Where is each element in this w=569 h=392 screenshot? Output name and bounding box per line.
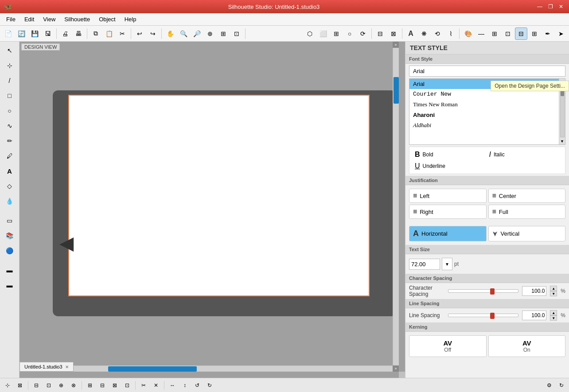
font-scroll-down[interactable]: ▼ [559, 138, 565, 144]
trace-btn[interactable]: ✒ [542, 27, 554, 40]
zoom-100-button[interactable]: ⊡ [230, 27, 243, 40]
exclude-btn[interactable]: ⊡ [121, 380, 133, 391]
zoom-fit-button[interactable]: ⊕ [204, 27, 216, 40]
cut-button[interactable]: ✂ [116, 27, 129, 40]
text-size-dropdown[interactable]: ▼ [442, 258, 452, 270]
font-list-item-aldhabi[interactable]: Aldhabi [409, 120, 565, 131]
distrib-tool[interactable]: ⊠ [387, 27, 400, 40]
uncombine-btn[interactable]: ⊗ [68, 380, 79, 391]
pencil-tool[interactable]: 🖊 [3, 149, 17, 163]
tab-untitled[interactable]: Untitled-1.studio3 ✕ [19, 362, 74, 372]
menu-edit[interactable]: Edit [20, 14, 39, 24]
vertical-scrollbar[interactable]: ▲ ▼ [393, 42, 399, 372]
eraser-tool[interactable]: ◇ [3, 179, 17, 193]
restore-button[interactable]: ❐ [546, 2, 555, 11]
font-list-item-times[interactable]: Times New Roman [409, 99, 565, 110]
delete-btn[interactable]: ✕ [150, 380, 162, 391]
justify-full-btn[interactable]: ≡ Full [488, 205, 566, 219]
text-style-btn[interactable]: A [405, 27, 417, 40]
ellipse-tool[interactable]: ○ [3, 104, 17, 118]
snap-to-grid-btn[interactable]: ⊹ [2, 380, 13, 391]
paste-button[interactable]: 📋 [103, 27, 115, 40]
copy-button[interactable]: ⧉ [90, 27, 102, 40]
char-spin-down[interactable]: ▼ [550, 291, 557, 296]
rect-tool[interactable]: ⬜ [317, 27, 329, 40]
redo-button[interactable]: ↪ [147, 27, 159, 40]
refresh-btn[interactable]: ↻ [556, 380, 567, 391]
close-button[interactable]: ✕ [557, 2, 565, 11]
send-btn[interactable]: ➤ [555, 27, 567, 40]
line-tool[interactable]: / [3, 74, 17, 88]
page-canvas[interactable] [68, 95, 370, 296]
group-btn[interactable]: ⊟ [31, 380, 42, 391]
open-button[interactable]: 🔄 [15, 27, 27, 40]
justify-left-btn[interactable]: ≡ Left [409, 189, 487, 203]
text-size-input[interactable] [409, 259, 440, 270]
horizontal-scrollbar[interactable]: ◄ ► [19, 365, 399, 372]
font-scroll-track[interactable] [560, 86, 565, 137]
new-button[interactable]: 📄 [2, 27, 14, 40]
intersect-btn[interactable]: ⊠ [109, 380, 121, 391]
fill-btn[interactable]: 🎨 [462, 27, 474, 40]
menu-object[interactable]: Object [94, 14, 120, 24]
zoom-in-button[interactable]: 🔍 [177, 27, 190, 40]
media-tool[interactable]: ▭ [3, 213, 17, 228]
print-button[interactable]: 🖨 [59, 27, 71, 40]
flip-btn[interactable]: ↻ [204, 380, 215, 391]
save-alt-button[interactable]: 🖫 [42, 27, 54, 40]
subtract-btn[interactable]: ⊟ [97, 380, 108, 391]
ungroup-btn[interactable]: ⊡ [43, 380, 55, 391]
rect-draw-tool[interactable]: □ [3, 89, 17, 103]
minimize-button[interactable]: — [535, 2, 544, 11]
table-btn[interactable]: ⊞ [528, 27, 541, 40]
line-spin-down[interactable]: ▼ [550, 315, 557, 321]
mirror-v-btn[interactable]: ↕ [179, 380, 191, 391]
underline-btn[interactable]: U Underline [413, 160, 561, 172]
replicate-btn[interactable]: ❋ [418, 27, 430, 40]
select-node-tool[interactable]: ⊹ [3, 58, 17, 73]
char-spacing-track[interactable] [448, 289, 518, 293]
design-page-btn[interactable]: ⊟ [515, 27, 527, 40]
circle-tool[interactable]: ○ [343, 27, 356, 40]
line-spacing-track[interactable] [448, 314, 518, 317]
panel2-tool[interactable]: ▬ [3, 278, 17, 292]
char-spin-up[interactable]: ▲ [550, 286, 557, 291]
scroll-v-thumb[interactable] [394, 77, 399, 104]
align-tool[interactable]: ⊟ [374, 27, 386, 40]
save-button[interactable]: 💾 [28, 27, 41, 40]
mirror-h-btn[interactable]: ↔ [167, 380, 178, 391]
menu-help[interactable]: Help [120, 14, 141, 24]
undo-button[interactable]: ↩ [133, 27, 146, 40]
settings-btn[interactable]: ⚙ [543, 380, 555, 391]
knife-bottom-btn[interactable]: ✂ [138, 380, 149, 391]
panel-tool[interactable]: ▬ [3, 263, 17, 277]
char-spacing-input[interactable] [522, 286, 546, 296]
print2-button[interactable]: 🖶 [72, 27, 85, 40]
fill-tool[interactable]: 💧 [3, 194, 17, 208]
knife-btn[interactable]: ⌇ [444, 27, 457, 40]
menu-silhouette[interactable]: Silhouette [60, 14, 94, 24]
weld-btn[interactable]: ⊞ [84, 380, 96, 391]
line-spacing-input[interactable] [522, 310, 546, 320]
rotate-btn[interactable]: ↺ [191, 380, 203, 391]
kerning-on-btn[interactable]: AV On [488, 335, 566, 357]
snap-to-objects-btn[interactable]: ⊠ [14, 380, 26, 391]
expand-bottom-btn[interactable]: » [393, 365, 399, 372]
menu-file[interactable]: File [2, 14, 20, 24]
justify-center-btn[interactable]: ≡ Center [488, 189, 566, 203]
bold-btn[interactable]: B Bold [413, 149, 487, 160]
cameo-tool[interactable]: 🔵 [3, 244, 17, 258]
pan-button[interactable]: ✋ [164, 27, 176, 40]
menu-view[interactable]: View [39, 14, 60, 24]
line-style-btn[interactable]: — [475, 27, 487, 40]
zoom-out-button[interactable]: 🔎 [191, 27, 203, 40]
kerning-off-btn[interactable]: AV Off [409, 335, 487, 357]
scroll-h-thumb[interactable] [108, 366, 197, 372]
font-name-input[interactable] [409, 66, 565, 77]
justify-right-btn[interactable]: ≡ Right [409, 205, 487, 219]
line-spacing-thumb[interactable] [490, 313, 495, 319]
path-tool[interactable]: ⟳ [357, 27, 369, 40]
expand-top-btn[interactable]: » [393, 42, 399, 48]
bezier-tool[interactable]: ∿ [3, 119, 17, 133]
layers-btn[interactable]: ⊡ [502, 27, 514, 40]
